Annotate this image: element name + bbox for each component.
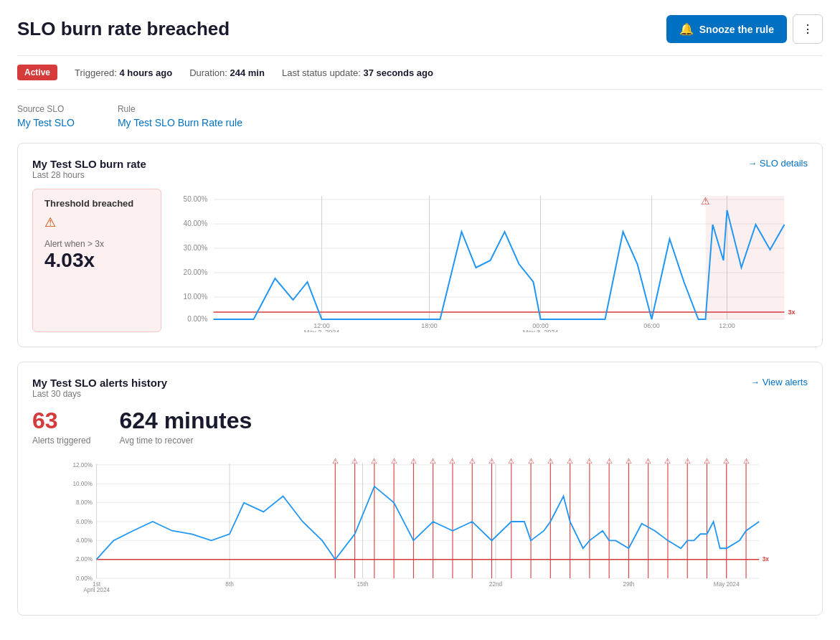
warning-icon: ⚠	[44, 215, 149, 230]
svg-text:⚠: ⚠	[449, 457, 456, 465]
svg-text:50.00%: 50.00%	[184, 195, 208, 203]
last-update-meta: Last status update: 37 seconds ago	[282, 67, 433, 78]
svg-text:0.00%: 0.00%	[187, 315, 207, 323]
svg-text:⚠: ⚠	[645, 457, 651, 465]
alerts-count-label: Alerts triggered	[32, 436, 90, 446]
svg-text:April 2024: April 2024	[83, 587, 110, 593]
bell-icon: 🔔	[679, 22, 694, 36]
more-button[interactable]: ⋮	[793, 14, 823, 44]
svg-text:May 2024: May 2024	[714, 581, 740, 588]
burn-rate-card-header: My Test SLO burn rate Last 28 hours → SL…	[32, 158, 808, 180]
svg-text:12:00: 12:00	[719, 322, 735, 329]
svg-text:⚠: ⚠	[469, 457, 476, 465]
svg-text:8th: 8th	[225, 581, 234, 588]
alerts-history-title: My Test SLO alerts history	[32, 377, 167, 389]
current-burn-value: 4.03x	[44, 249, 149, 272]
header-actions: 🔔 Snooze the rule ⋮	[666, 14, 823, 44]
svg-text:⚠: ⚠	[371, 457, 377, 465]
slo-details-link[interactable]: → SLO details	[747, 158, 808, 169]
svg-text:May 2, 2024: May 2, 2024	[304, 329, 340, 332]
view-alerts-link[interactable]: → View alerts	[750, 377, 808, 387]
svg-text:15th: 15th	[357, 581, 369, 588]
svg-text:06:00: 06:00	[643, 322, 660, 329]
svg-text:0.00%: 0.00%	[76, 575, 93, 582]
svg-text:⚠: ⚠	[430, 457, 436, 465]
svg-text:⚠: ⚠	[684, 457, 691, 465]
avg-time-value: 624 minutes	[119, 408, 252, 434]
svg-text:⚠: ⚠	[351, 457, 358, 465]
svg-text:⚠: ⚠	[391, 457, 397, 465]
alerts-count-stat: 63 Alerts triggered	[32, 408, 90, 446]
svg-text:3x: 3x	[763, 556, 770, 563]
source-section: Source SLO My Test SLO Rule My Test SLO …	[17, 104, 823, 128]
stats-row: 63 Alerts triggered 624 minutes Avg time…	[32, 408, 808, 446]
page-title: SLO burn rate breached	[17, 18, 230, 40]
svg-text:⚠: ⚠	[586, 457, 593, 465]
duration-meta: Duration: 244 min	[189, 67, 265, 78]
svg-text:30.00%: 30.00%	[184, 244, 208, 252]
burn-rate-chart: 50.00% 40.00% 30.00% 20.00% 10.00% 0.00%	[173, 189, 808, 332]
svg-text:10.00%: 10.00%	[184, 293, 208, 301]
alerts-count-value: 63	[32, 408, 90, 434]
burn-rate-chart-area: Threshold breached ⚠ Alert when > 3x 4.0…	[32, 189, 808, 332]
svg-text:⚠: ⚠	[547, 457, 554, 465]
burn-rate-subtitle: Last 28 hours	[32, 170, 146, 180]
svg-text:3x: 3x	[788, 309, 796, 316]
svg-text:10.00%: 10.00%	[72, 481, 93, 487]
svg-text:8.00%: 8.00%	[76, 499, 93, 506]
svg-text:⚠: ⚠	[664, 457, 671, 465]
svg-text:29th: 29th	[623, 581, 634, 588]
svg-text:⚠: ⚠	[704, 457, 710, 465]
svg-text:⚠: ⚠	[567, 457, 573, 465]
alerts-history-card-header: My Test SLO alerts history Last 30 days …	[32, 377, 808, 399]
source-slo-link[interactable]: My Test SLO	[17, 117, 75, 128]
alerts-history-title-group: My Test SLO alerts history Last 30 days	[32, 377, 167, 399]
alerts-history-chart: 12.00% 10.00% 8.00% 6.00% 4.00% 2.00% 0.…	[32, 457, 808, 601]
svg-text:⚠: ⚠	[489, 457, 495, 465]
svg-text:⚠: ⚠	[701, 195, 710, 207]
svg-text:⚠: ⚠	[528, 457, 534, 465]
snooze-button[interactable]: 🔔 Snooze the rule	[666, 15, 787, 43]
burn-rate-card: My Test SLO burn rate Last 28 hours → SL…	[17, 143, 823, 347]
rule-link[interactable]: My Test SLO Burn Rate rule	[118, 117, 242, 128]
svg-text:22nd: 22nd	[489, 581, 503, 588]
alerts-history-card: My Test SLO alerts history Last 30 days …	[17, 362, 823, 616]
svg-text:⚠: ⚠	[410, 457, 417, 465]
svg-text:2.00%: 2.00%	[76, 556, 93, 563]
source-slo-item: Source SLO My Test SLO	[17, 104, 75, 128]
svg-text:⚠: ⚠	[606, 457, 613, 465]
svg-text:40.00%: 40.00%	[184, 220, 208, 227]
more-icon: ⋮	[802, 23, 813, 35]
rule-label: Rule	[118, 104, 242, 114]
svg-text:18:00: 18:00	[421, 322, 438, 329]
source-slo-label: Source SLO	[17, 104, 75, 114]
svg-text:⚠: ⚠	[723, 457, 730, 465]
alerts-history-subtitle: Last 30 days	[32, 389, 167, 399]
rule-item: Rule My Test SLO Burn Rate rule	[118, 104, 242, 128]
avg-time-label: Avg time to recover	[119, 436, 252, 446]
meta-bar: Active Triggered: 4 hours ago Duration: …	[17, 55, 823, 90]
svg-text:⚠: ⚠	[508, 457, 514, 465]
threshold-box: Threshold breached ⚠ Alert when > 3x 4.0…	[32, 189, 161, 332]
svg-text:⚠: ⚠	[332, 457, 339, 465]
svg-text:20.00%: 20.00%	[184, 268, 208, 276]
avg-time-stat: 624 minutes Avg time to recover	[119, 408, 252, 446]
threshold-title: Threshold breached	[44, 198, 149, 209]
alert-when-label: Alert when > 3x	[44, 239, 149, 249]
svg-text:May 3, 2024: May 3, 2024	[523, 329, 559, 332]
burn-rate-card-title-group: My Test SLO burn rate Last 28 hours	[32, 158, 146, 180]
triggered-meta: Triggered: 4 hours ago	[75, 67, 172, 78]
svg-text:⚠: ⚠	[626, 457, 632, 465]
svg-text:⚠: ⚠	[743, 457, 750, 465]
active-badge: Active	[17, 65, 57, 80]
svg-text:6.00%: 6.00%	[76, 519, 93, 525]
snooze-label: Snooze the rule	[699, 24, 774, 35]
svg-text:12.00%: 12.00%	[72, 462, 93, 469]
burn-rate-title: My Test SLO burn rate	[32, 158, 146, 170]
svg-text:4.00%: 4.00%	[76, 537, 93, 544]
